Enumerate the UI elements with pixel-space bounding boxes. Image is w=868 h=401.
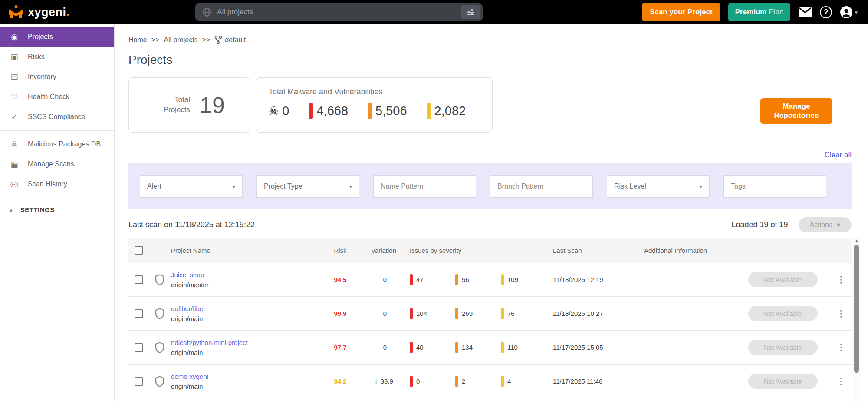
total-projects-card: Total Projects 19 xyxy=(128,77,249,133)
tags-field xyxy=(723,175,826,198)
row-checkbox[interactable] xyxy=(135,377,143,386)
tags-input[interactable] xyxy=(731,182,819,190)
high-severity-bar-icon xyxy=(368,103,372,119)
table-scrollbar[interactable]: ▲ xyxy=(853,238,860,401)
scope-filter-button[interactable] xyxy=(461,5,480,19)
medium-severity-bar-icon xyxy=(501,376,504,387)
project-scope-selector[interactable]: All projects xyxy=(195,3,483,21)
alert-filter-select[interactable]: Alert ▾ xyxy=(140,175,243,198)
critical-severity-bar-icon xyxy=(410,308,413,319)
page-title: Projects xyxy=(128,53,852,67)
sidebar: ◉ Projects ▣ Risks ▤ Inventory ♡ Health … xyxy=(0,24,115,401)
last-scan-value: 11/17/2025 11:48 xyxy=(553,378,644,385)
scrollbar-up-arrow-icon[interactable]: ▲ xyxy=(853,238,860,244)
breadcrumb-separator: >> xyxy=(202,36,210,44)
critical-severity-bar-icon xyxy=(410,376,413,387)
column-variation: Variation xyxy=(358,247,410,254)
manage-repositories-button[interactable]: Manage Repositories xyxy=(760,98,832,124)
row-menu-button[interactable] xyxy=(831,344,852,351)
scan-your-project-button[interactable]: Scan your Project xyxy=(642,3,720,21)
sidebar-item-label: Risks xyxy=(28,53,45,61)
question-mark-icon: ? xyxy=(820,6,832,18)
brand-dot: . xyxy=(66,6,70,19)
sidebar-item-health-check[interactable]: ♡ Health Check xyxy=(0,87,114,107)
projects-table: Project Name Risk Variation Issues by se… xyxy=(128,238,852,398)
plan-light-text: Plan xyxy=(769,8,783,16)
issues-by-severity-cell: 40 134 110 xyxy=(410,342,553,353)
scrollbar-thumb[interactable] xyxy=(854,245,859,373)
mail-button[interactable] xyxy=(798,7,812,18)
total-projects-label: Total Projects xyxy=(153,95,190,114)
project-type-filter-label: Project Type xyxy=(264,182,302,190)
account-menu-button[interactable]: ▾ xyxy=(840,6,858,19)
critical-count: 40 xyxy=(416,344,424,351)
variation-value: 0 xyxy=(358,343,410,352)
project-link[interactable]: ndleah/python-mini-project xyxy=(171,339,323,346)
sidebar-item-label: Projects xyxy=(28,33,53,41)
name-pattern-field xyxy=(373,175,476,198)
breadcrumb-branch[interactable]: default xyxy=(214,36,246,44)
dropdown-caret-icon: ▾ xyxy=(700,183,702,189)
column-last-scan: Last Scan xyxy=(553,247,644,254)
variation-down-arrow-icon: ↓ xyxy=(374,377,378,385)
high-severity-bar-icon xyxy=(455,274,458,285)
malware-value: 0 xyxy=(282,104,289,118)
variation-value: 0 xyxy=(358,275,410,284)
sidebar-item-scan-history[interactable]: ((•)) Scan History xyxy=(0,174,114,194)
row-menu-button[interactable] xyxy=(831,378,852,385)
medium-count: 110 xyxy=(507,344,518,351)
health-check-icon: ♡ xyxy=(9,92,20,102)
project-link[interactable]: gofiber/fiber xyxy=(171,305,323,312)
table-row: Juice_shop origin/master 94.5 0 47 56 10… xyxy=(128,263,852,297)
premium-plan-button[interactable]: PremiumPlan xyxy=(728,3,791,21)
project-link[interactable]: demo-xygeni xyxy=(171,373,323,380)
brand-logo[interactable]: xygeni. xyxy=(8,5,69,20)
medium-count: 2,082 xyxy=(427,103,466,119)
sidebar-item-malicious-packages-db[interactable]: ☠ Malicious Packages DB xyxy=(0,134,114,154)
dropdown-caret-icon: ▾ xyxy=(233,183,235,189)
sidebar-divider xyxy=(0,198,114,198)
sliders-icon xyxy=(466,8,475,16)
breadcrumb-current: default xyxy=(225,36,246,44)
sidebar-settings-toggle[interactable]: ∨ SETTINGS xyxy=(0,206,114,213)
row-menu-button[interactable] xyxy=(831,276,852,284)
column-additional-information: Additional Information xyxy=(644,247,748,254)
project-link[interactable]: Juice_shop xyxy=(171,271,323,278)
name-pattern-input[interactable] xyxy=(381,182,469,190)
help-button[interactable]: ? xyxy=(820,6,832,18)
high-severity-bar-icon xyxy=(455,308,458,319)
select-all-checkbox[interactable] xyxy=(135,246,143,255)
high-severity-bar-icon xyxy=(455,342,458,353)
project-type-filter-select[interactable]: Project Type ▾ xyxy=(256,175,359,198)
alert-filter-label: Alert xyxy=(147,182,161,190)
breadcrumb: Home >> All projects >> default xyxy=(128,36,852,44)
sidebar-item-label: SSCS Compliance xyxy=(28,113,85,121)
risks-icon: ▣ xyxy=(9,52,20,62)
sidebar-item-projects[interactable]: ◉ Projects xyxy=(0,27,114,47)
row-checkbox[interactable] xyxy=(135,343,143,352)
branch-pattern-input[interactable] xyxy=(497,182,585,190)
sidebar-item-sscs-compliance[interactable]: ✓ SSCS Compliance xyxy=(0,107,114,127)
malware-count: ☠ 0 xyxy=(269,104,289,118)
row-checkbox[interactable] xyxy=(135,275,143,284)
sidebar-divider xyxy=(0,130,114,131)
risk-level-filter-select[interactable]: Risk Level ▾ xyxy=(607,175,710,198)
project-branch: origin/master xyxy=(171,281,323,288)
sidebar-item-manage-scans[interactable]: ▦ Manage Scans xyxy=(0,154,114,174)
skull-icon: ☠ xyxy=(9,139,20,149)
row-menu-button[interactable] xyxy=(831,310,852,318)
actions-button[interactable]: Actions ▾ xyxy=(799,217,852,232)
clear-all-link[interactable]: Clear all xyxy=(825,151,852,159)
high-severity-bar-icon xyxy=(455,376,458,387)
shield-icon xyxy=(148,376,171,387)
sidebar-item-inventory[interactable]: ▤ Inventory xyxy=(0,67,114,87)
critical-count: 4,668 xyxy=(309,103,348,119)
scope-label: All projects xyxy=(217,8,461,17)
inventory-icon: ▤ xyxy=(9,72,20,82)
breadcrumb-home[interactable]: Home xyxy=(128,36,147,44)
sidebar-item-label: Manage Scans xyxy=(28,160,74,168)
sidebar-item-risks[interactable]: ▣ Risks xyxy=(0,47,114,67)
issues-by-severity-cell: 47 56 109 xyxy=(410,274,553,285)
row-checkbox[interactable] xyxy=(135,309,143,318)
breadcrumb-all-projects[interactable]: All projects xyxy=(164,36,197,44)
